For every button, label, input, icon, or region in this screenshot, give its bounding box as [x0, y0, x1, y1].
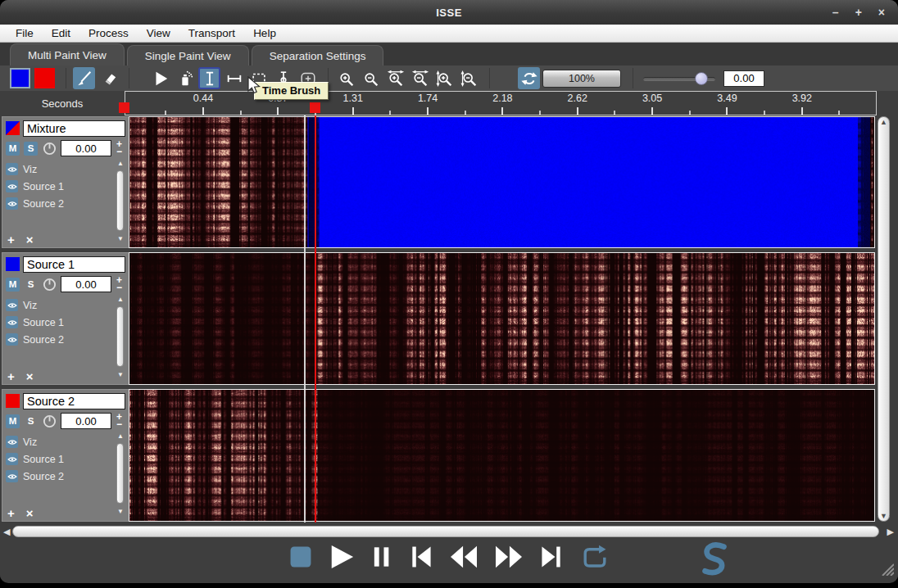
play-tool[interactable]	[149, 67, 171, 89]
menu-transport[interactable]: Transport	[179, 25, 244, 42]
layer-item[interactable]: Source 1	[6, 314, 125, 331]
visibility-eye-icon[interactable]	[6, 163, 18, 175]
freq-brush-tool[interactable]	[223, 67, 245, 89]
vertical-scrollbar[interactable]: ▲ ▼	[877, 115, 891, 522]
gain-field[interactable]	[61, 140, 111, 156]
gain-stepper[interactable]: +−	[116, 414, 122, 428]
loop-button[interactable]	[578, 544, 611, 570]
solo-button[interactable]: S	[24, 414, 38, 428]
gain-field[interactable]	[61, 276, 111, 292]
to-end-button[interactable]	[538, 544, 565, 570]
layer-scrollbar[interactable]: ▲ ▼	[116, 433, 125, 515]
eraser-tool[interactable]	[98, 67, 120, 89]
layer-item[interactable]: Source 1	[6, 178, 125, 195]
fast-forward-button[interactable]	[493, 544, 524, 570]
menu-help[interactable]: Help	[244, 25, 285, 42]
visibility-eye-icon[interactable]	[6, 197, 18, 210]
add-layer-button[interactable]: +	[7, 233, 15, 246]
spectrogram[interactable]	[129, 116, 875, 248]
vzoom-out-tool[interactable]	[458, 67, 480, 89]
stop-button[interactable]	[288, 544, 314, 570]
layer-scrollbar-thumb[interactable]	[116, 443, 124, 504]
hzoom-in-tool[interactable]	[384, 67, 406, 89]
pause-button[interactable]	[370, 544, 394, 570]
spectrogram-canvas[interactable]	[129, 117, 874, 247]
layer-item[interactable]: Source 1	[6, 450, 125, 468]
visibility-eye-icon[interactable]	[6, 333, 18, 346]
timer-icon[interactable]	[42, 141, 57, 156]
add-layer-button[interactable]: +	[7, 370, 15, 382]
brush-tool[interactable]	[73, 67, 95, 89]
spectrogram-canvas[interactable]	[129, 390, 874, 521]
mute-button[interactable]: M	[6, 278, 20, 292]
time-brush-tool[interactable]	[198, 67, 220, 89]
maximize-button[interactable]: +	[855, 7, 862, 18]
vertical-scrollbar-thumb[interactable]	[878, 116, 890, 522]
horizontal-scrollbar-thumb[interactable]	[12, 526, 879, 537]
mute-button[interactable]: M	[6, 414, 20, 428]
scroll-right-icon[interactable]: ▶	[887, 527, 894, 537]
spectrogram-canvas[interactable]	[129, 253, 874, 384]
layer-scrollbar-thumb[interactable]	[116, 170, 124, 231]
vzoom-in-tool[interactable]	[433, 67, 456, 89]
rewind-button[interactable]	[448, 544, 479, 570]
loop-mode-button[interactable]	[518, 67, 540, 89]
layer-item[interactable]: Viz	[6, 161, 125, 178]
track-name-field[interactable]	[23, 120, 125, 137]
zoom-out-tool[interactable]	[360, 67, 382, 89]
slider-thumb[interactable]	[695, 72, 708, 85]
layer-item[interactable]: Viz	[6, 433, 125, 450]
tab-separation-settings[interactable]: Separation Settings	[252, 45, 384, 66]
visibility-eye-icon[interactable]	[6, 316, 18, 328]
track-name-field[interactable]	[23, 256, 125, 273]
remove-layer-button[interactable]: ×	[26, 370, 34, 382]
scroll-down-icon[interactable]: ▼	[116, 509, 125, 515]
paint-color-red-swatch[interactable]	[34, 68, 55, 88]
gain-stepper[interactable]: +−	[116, 141, 122, 156]
zoom-level-button[interactable]: 100%	[542, 70, 621, 88]
tab-multi-paint-view[interactable]: Multi Paint View	[10, 43, 125, 66]
gain-stepper[interactable]: +−	[116, 277, 122, 292]
layer-scrollbar-thumb[interactable]	[116, 306, 124, 367]
zoom-in-tool[interactable]	[335, 67, 357, 89]
position-slider[interactable]	[643, 72, 715, 85]
layer-scrollbar[interactable]: ▲ ▼	[116, 296, 125, 378]
spray-tool[interactable]	[174, 67, 196, 89]
minimize-button[interactable]: –	[832, 7, 839, 18]
paint-color-blue-swatch[interactable]	[10, 68, 30, 88]
solo-button[interactable]: S	[24, 142, 38, 156]
layer-item[interactable]: Source 2	[6, 331, 125, 348]
menu-file[interactable]: File	[7, 25, 43, 42]
scroll-left-icon[interactable]: ◀	[3, 527, 10, 537]
play-button[interactable]	[328, 544, 356, 570]
scroll-up-icon[interactable]: ▲	[116, 161, 125, 167]
scroll-up-icon[interactable]: ▲	[116, 296, 125, 303]
visibility-eye-icon[interactable]	[6, 299, 18, 311]
menu-edit[interactable]: Edit	[43, 25, 79, 42]
tab-single-paint-view[interactable]: Single Paint View	[127, 45, 249, 66]
playhead-marker[interactable]	[310, 102, 320, 113]
hzoom-out-tool[interactable]	[409, 67, 431, 89]
visibility-eye-icon[interactable]	[6, 453, 18, 465]
remove-layer-button[interactable]: ×	[26, 233, 34, 246]
visibility-eye-icon[interactable]	[6, 180, 18, 192]
to-start-button[interactable]	[408, 544, 434, 570]
layer-item[interactable]: Source 2	[6, 468, 125, 485]
scroll-down-icon[interactable]: ▼	[877, 512, 891, 520]
timer-icon[interactable]	[42, 414, 57, 428]
close-button[interactable]: ×	[878, 7, 885, 18]
spectrogram[interactable]	[129, 252, 875, 385]
add-layer-button[interactable]: +	[7, 507, 15, 519]
time-ruler[interactable]: 0.440.871.311.742.182.623.053.493.92	[125, 91, 877, 115]
layer-item[interactable]: Source 2	[6, 195, 125, 212]
spectrogram[interactable]	[129, 389, 875, 522]
menu-process[interactable]: Process	[79, 25, 138, 42]
solo-button[interactable]: S	[24, 278, 38, 292]
scroll-up-icon[interactable]: ▲	[116, 433, 125, 440]
titlebar[interactable]: ISSE – + ×	[0, 0, 898, 25]
track-name-field[interactable]	[23, 393, 125, 409]
resize-grip-icon[interactable]	[874, 558, 894, 579]
scroll-up-icon[interactable]: ▲	[877, 118, 891, 126]
layer-item[interactable]: Viz	[6, 296, 125, 314]
layer-scrollbar[interactable]: ▲ ▼	[116, 161, 125, 242]
